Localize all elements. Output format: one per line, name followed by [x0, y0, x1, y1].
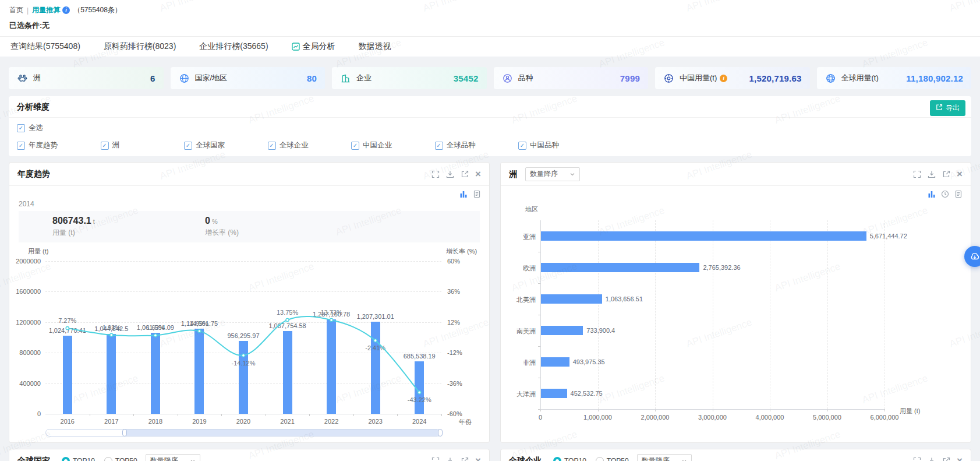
bar-北美洲[interactable]	[541, 294, 602, 304]
info-icon[interactable]: i	[62, 6, 70, 14]
dimension-checkbox-7[interactable]: ✓中国品种	[518, 140, 602, 150]
expand-icon[interactable]	[431, 170, 440, 178]
sort-select[interactable]: 数量降序	[146, 454, 200, 461]
panel-title: 洲	[509, 169, 517, 180]
data-table-icon[interactable]	[473, 190, 481, 198]
stat-cards-row: 洲6国家/地区80企业35452品种7999中国用量(t)i1,520,719.…	[9, 67, 971, 89]
x-axis-tick: 5,000,000	[813, 414, 841, 421]
stat-card-label: 企业	[356, 73, 372, 83]
breadcrumb-current[interactable]: 用量推算	[32, 5, 60, 15]
bar-chart-view-icon[interactable]	[928, 190, 936, 198]
top50-radio[interactable]: TOP50	[596, 457, 629, 461]
gridline	[713, 220, 713, 409]
usage-estimation-page: 首页 | 用量推算 i （5755408条） 已选条件:无 查询结果(57554…	[0, 0, 980, 461]
dimension-checkbox-4[interactable]: ✓全球企业	[268, 140, 352, 150]
slider-handle-left[interactable]	[122, 429, 127, 437]
bar-value-label: 5,671,444.72	[870, 233, 907, 240]
close-icon[interactable]: ×	[957, 456, 963, 461]
download-icon[interactable]	[928, 457, 936, 461]
radio-on-icon	[553, 457, 561, 461]
continent-icon	[17, 73, 28, 84]
annual-trend-chart: 用量 (t)增长率 (%)200000060%160000036%1200000…	[19, 245, 480, 428]
bar-value-label: 733,900.4	[586, 327, 615, 334]
charts-row-1: 年度趋势 × 2014 806743.1t 用量 (t) 0% 增长率 (%) …	[9, 162, 971, 443]
top10-radio[interactable]: TOP10	[62, 457, 95, 461]
category-label: 欧洲	[523, 264, 536, 273]
download-icon[interactable]	[446, 457, 454, 461]
close-icon[interactable]: ×	[475, 169, 481, 179]
open-in-new-icon[interactable]	[942, 457, 950, 461]
charts-row-2: 全球国家 TOP10 TOP50 数量降序 ×	[9, 449, 971, 461]
chevron-down-icon	[681, 458, 687, 461]
info-icon[interactable]: i	[720, 75, 727, 82]
open-in-new-icon[interactable]	[461, 457, 469, 461]
expand-icon[interactable]	[913, 457, 921, 461]
global-company-panel: 全球企业 TOP10 TOP50 数量降序 ×	[500, 449, 971, 461]
stat-card-label: 国家/地区	[195, 73, 228, 83]
export-button[interactable]: 导出	[930, 100, 965, 116]
tooltip-strip: 806743.1t 用量 (t) 0% 增长率 (%)	[19, 211, 480, 242]
history-icon[interactable]	[941, 190, 949, 198]
top10-radio[interactable]: TOP10	[553, 457, 586, 461]
tab-2[interactable]: 原料药排行榜(8023)	[104, 41, 176, 52]
select-all-checkbox[interactable]: ✓ 全选	[17, 123, 963, 133]
sort-select[interactable]: 数量降序	[525, 167, 580, 181]
download-icon[interactable]	[928, 170, 936, 178]
x-axis-name: 用量 (t)	[900, 407, 920, 416]
dimensions-title: 分析维度	[17, 102, 49, 111]
open-in-new-icon[interactable]	[461, 170, 469, 178]
slider-selected-range[interactable]	[125, 430, 440, 436]
breadcrumb-home[interactable]: 首页	[9, 5, 23, 15]
tickmark	[885, 409, 885, 411]
bar-亚洲[interactable]	[541, 231, 866, 241]
tab-1[interactable]: 查询结果(5755408)	[10, 41, 80, 52]
checkbox-icon: ✓	[518, 142, 526, 150]
panel-window-icons: ×	[913, 169, 963, 179]
data-zoom-slider[interactable]	[19, 429, 480, 437]
chevron-down-icon	[569, 171, 575, 177]
topbar: 首页 | 用量推算 i （5755408条） 已选条件:无 查询结果(57554…	[0, 0, 980, 57]
tab-5[interactable]: 数据透视	[359, 41, 391, 52]
bar-大洋洲[interactable]	[541, 389, 567, 398]
dimension-checkbox-6[interactable]: ✓全球品种	[435, 140, 519, 150]
close-icon[interactable]: ×	[957, 169, 963, 179]
result-count: （5755408条）	[73, 5, 122, 15]
cloud-download-icon	[969, 251, 980, 262]
bar-chart-view-icon[interactable]	[459, 190, 468, 198]
category-label: 非洲	[523, 358, 536, 367]
download-icon[interactable]	[446, 170, 454, 178]
x-axis-tick: 2,000,000	[641, 414, 670, 421]
x-axis-line	[540, 409, 885, 410]
bar-value-label: 452,532.75	[571, 390, 603, 397]
dimension-checkbox-2[interactable]: ✓洲	[101, 140, 185, 150]
stat-card-3: 企业35452	[332, 67, 487, 89]
data-table-icon[interactable]	[954, 190, 963, 198]
close-icon[interactable]: ×	[475, 456, 481, 461]
bar-南美洲[interactable]	[541, 326, 583, 335]
stat-card-2: 国家/地区80	[171, 67, 326, 89]
top50-radio[interactable]: TOP50	[104, 457, 137, 461]
panel-header: 洲 数量降序 ×	[501, 163, 971, 186]
dimension-options: ✓年度趋势✓洲✓全球国家✓全球企业✓中国企业✓全球品种✓中国品种	[17, 140, 963, 150]
dimension-checkbox-5[interactable]: ✓中国企业	[351, 140, 435, 150]
tab-4[interactable]: 全局分析	[292, 41, 335, 52]
dimension-checkbox-3[interactable]: ✓全球国家	[184, 140, 268, 150]
sort-select[interactable]: 数量降序	[637, 454, 692, 461]
tickmark	[538, 252, 540, 252]
tickmark	[538, 409, 540, 410]
x-axis-tick: 3,000,000	[698, 414, 727, 421]
gridline	[827, 220, 828, 409]
gridline	[770, 220, 770, 409]
stat-card-label: 品种	[518, 73, 533, 83]
chevron-down-icon	[190, 458, 196, 461]
slider-handle-right[interactable]	[438, 429, 443, 437]
open-in-new-icon[interactable]	[942, 170, 950, 178]
bar-非洲[interactable]	[541, 357, 569, 367]
dimension-checkbox-1[interactable]: ✓年度趋势	[17, 140, 101, 150]
tab-3[interactable]: 企业排行榜(35665)	[199, 41, 268, 52]
expand-icon[interactable]	[913, 170, 921, 178]
x-axis-tick: 1,000,000	[583, 414, 612, 421]
panel-window-icons: ×	[913, 456, 963, 461]
bar-欧洲[interactable]	[541, 263, 699, 272]
expand-icon[interactable]	[431, 457, 440, 461]
